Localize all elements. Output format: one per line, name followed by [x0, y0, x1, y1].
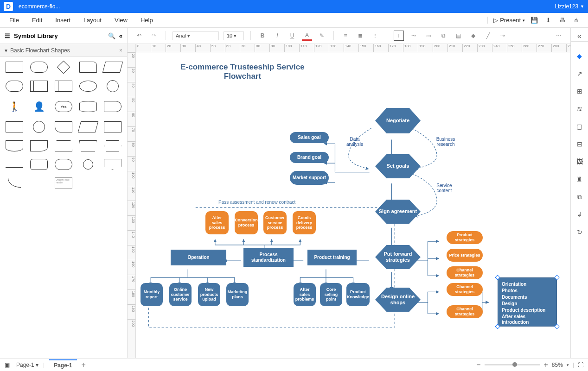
close-icon[interactable]: × [119, 47, 122, 54]
rail-style-icon[interactable]: ◆ [575, 51, 585, 61]
shape-note[interactable]: Drag the side handle [55, 177, 72, 189]
node-process-std[interactable]: Process standardization [243, 248, 294, 267]
node-channel-strategies-3[interactable]: Channel strategies [447, 305, 483, 318]
shape-terminator[interactable] [6, 81, 23, 92]
node-online-customer-service[interactable]: Online customer service [169, 283, 192, 306]
rail-back-icon[interactable]: ↲ [575, 209, 585, 220]
shape-trap2[interactable] [79, 140, 97, 151]
node-put-forward[interactable]: Put forward strategies [375, 245, 421, 269]
group-button[interactable]: ⧉ [438, 31, 448, 41]
shape-arc[interactable] [8, 178, 21, 188]
fontcolor-button[interactable]: A [302, 31, 312, 41]
menu-edit[interactable]: Edit [26, 14, 49, 26]
node-sales-goal[interactable]: Sales goal [290, 132, 329, 143]
rail-copy-icon[interactable]: ⧉ [575, 192, 585, 202]
shape-rect[interactable] [6, 62, 23, 73]
shape-button[interactable]: ▭ [423, 31, 434, 41]
menu-help[interactable]: Help [134, 14, 160, 26]
more-button[interactable]: ⋯ [554, 31, 564, 41]
node-price-strategies[interactable]: Price strategies [447, 249, 483, 262]
shape-storage[interactable] [55, 121, 72, 132]
node-design-shops[interactable]: Design online shops [375, 288, 421, 312]
zoom-out-button[interactable]: − [476, 361, 480, 369]
print-icon[interactable]: 🖶 [557, 16, 567, 25]
node-set-goals[interactable]: Set goals [375, 154, 421, 178]
node-core-selling-point[interactable]: Core selling point [320, 283, 342, 306]
share-icon[interactable]: ⋔ [571, 16, 581, 25]
fill-button[interactable]: ◆ [468, 31, 478, 41]
shape-yes[interactable]: Yes [55, 101, 72, 112]
present-button[interactable]: ▷ Present ▾ [487, 17, 525, 24]
menu-view[interactable]: View [108, 14, 134, 26]
node-product-knowledge[interactable]: Product Knowledge [346, 283, 370, 306]
font-select[interactable]: Arial ▾ [173, 31, 219, 40]
canvas[interactable]: E-commerce Trusteeship Service Flowchart [136, 52, 570, 358]
rail-layers-icon[interactable]: ≋ [575, 104, 585, 114]
rail-expand-button[interactable]: « [571, 31, 588, 42]
highlight-button[interactable]: ✎ [317, 31, 327, 41]
rail-data-icon[interactable]: ⊟ [575, 139, 585, 149]
shape-trap[interactable] [55, 140, 72, 151]
search-icon[interactable]: 🔍 [108, 32, 115, 39]
fontsize-select[interactable]: 10 ▾ [224, 31, 244, 40]
shape-rect-tab[interactable] [79, 62, 97, 73]
rail-export-icon[interactable]: ↗ [575, 69, 585, 79]
linestyle-button[interactable]: ⇢ [498, 31, 508, 41]
shape-display[interactable] [104, 101, 121, 112]
node-conversion-process[interactable]: Conversion process [235, 211, 258, 234]
node-channel-strategies-1[interactable]: Channel strategies [447, 266, 483, 279]
shape-rounded2[interactable] [30, 159, 48, 170]
align-left-button[interactable]: ≡ [340, 31, 351, 41]
node-after-sales-problems[interactable]: After sales problems [294, 283, 316, 306]
connector-button[interactable]: ⤳ [409, 31, 419, 41]
fullscreen-button[interactable]: ⛶ [578, 362, 583, 368]
node-brand-goal[interactable]: Brand goal [290, 152, 329, 163]
layer-button[interactable]: ▤ [453, 31, 463, 41]
shape-circle2[interactable] [83, 159, 93, 170]
shape-predefined[interactable] [30, 81, 48, 92]
textbox-button[interactable]: T [394, 31, 404, 41]
node-negotiate[interactable]: Negotiate [375, 108, 421, 133]
shape-hex[interactable] [104, 140, 121, 151]
node-operation[interactable]: Operation [171, 250, 226, 265]
shape-user[interactable]: 👤 [34, 100, 44, 113]
align-center-button[interactable]: ≣ [355, 31, 365, 41]
underline-button[interactable]: U [287, 31, 297, 41]
rail-history-icon[interactable]: ↻ [575, 227, 585, 237]
save-icon[interactable]: 💾 [530, 16, 539, 25]
line-button[interactable]: ╱ [483, 31, 493, 41]
canvas-scroll[interactable]: 0102030405060708090100110120130140150160… [128, 44, 570, 358]
node-sign-agreement[interactable]: Sign agreement [375, 200, 421, 224]
node-after-sales-process[interactable]: After sales process [205, 211, 229, 234]
bold-button[interactable]: B [257, 31, 268, 41]
node-product-training[interactable]: Product training [307, 250, 357, 265]
shape-rounded-rect[interactable] [30, 62, 48, 73]
download-icon[interactable]: ⬇ [543, 16, 553, 25]
rail-tree-icon[interactable]: ♜ [575, 174, 585, 184]
shape-connector[interactable] [33, 121, 45, 133]
shape-pentagon[interactable] [104, 159, 121, 170]
shape-parallelogram[interactable] [102, 62, 122, 73]
shape-diamond[interactable] [57, 61, 70, 74]
shape-circle[interactable] [107, 80, 119, 92]
undo-button[interactable]: ↶ [134, 31, 144, 41]
shape-ellipse[interactable] [79, 81, 97, 92]
align-top-button[interactable]: ⫶ [370, 31, 380, 41]
shape-pill[interactable] [55, 159, 72, 170]
zoom-dropdown-icon[interactable]: ▾ [567, 363, 569, 367]
zoom-in-button[interactable]: + [544, 361, 548, 369]
rail-image-icon[interactable]: 🖼 [575, 157, 585, 167]
shape-rect2[interactable] [104, 121, 121, 132]
node-product-strategies[interactable]: Product strategies [447, 231, 483, 244]
collapse-icon[interactable]: « [119, 32, 122, 39]
menu-layout[interactable]: Layout [77, 14, 108, 26]
shape-input[interactable] [78, 121, 98, 132]
shape-wave[interactable] [6, 140, 23, 151]
italic-button[interactable]: I [272, 31, 282, 41]
pages-icon[interactable]: ▣ [5, 362, 10, 368]
page-dropdown[interactable]: Page-1 ▾ [16, 362, 38, 368]
shapes-section-header[interactable]: ▾ Basic Flowchart Shapes × [0, 44, 127, 57]
shape-database[interactable] [79, 101, 97, 112]
redo-button[interactable]: ↷ [149, 31, 159, 41]
menu-file[interactable]: File [3, 14, 26, 26]
